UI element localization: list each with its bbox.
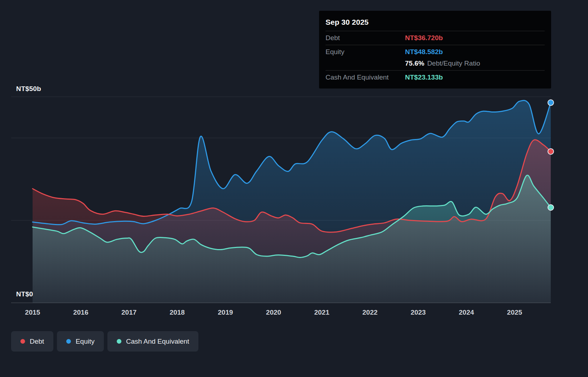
x-tick-2023: 2023 <box>411 309 426 316</box>
tooltip-date: Sep 30 2025 <box>326 14 545 31</box>
tooltip-debt-value: NT$36.720b <box>405 34 545 42</box>
y-axis-max-label: NT$50b <box>16 85 41 93</box>
series-end-marker-equity <box>548 100 554 105</box>
series-end-marker-cash-and-equivalent <box>548 205 554 210</box>
legend-chip-debt[interactable]: Debt <box>11 331 53 352</box>
cash-series-dot-icon <box>117 339 121 344</box>
tooltip-debt-label: Debt <box>326 34 405 42</box>
series-end-marker-debt <box>548 149 554 154</box>
tooltip-cash-label: Cash And Equivalent <box>326 73 405 81</box>
legend-chip-cash[interactable]: Cash And Equivalent <box>107 331 198 352</box>
tooltip-ratio: 75.6%Debt/Equity Ratio <box>405 59 545 67</box>
tooltip-ratio-label: Debt/Equity Ratio <box>427 59 480 67</box>
tooltip-panel: Sep 30 2025 Debt NT$36.720b Equity NT$48… <box>319 11 551 89</box>
x-tick-2015: 2015 <box>25 309 40 316</box>
legend-chip-equity[interactable]: Equity <box>57 331 104 352</box>
legend: Debt Equity Cash And Equivalent <box>11 331 198 352</box>
tooltip-equity-value: NT$48.582b <box>405 48 545 56</box>
equity-series-dot-icon <box>66 339 71 344</box>
x-tick-2021: 2021 <box>314 309 329 316</box>
legend-label-debt: Debt <box>30 338 44 345</box>
debt-equity-history-chart-page: NT$50b NT$0 2015201620172018201920202021… <box>0 0 588 377</box>
tooltip-row-equity: Equity NT$48.582b <box>326 45 545 59</box>
tooltip-ratio-percent: 75.6% <box>405 59 424 67</box>
x-tick-2019: 2019 <box>218 309 233 316</box>
debt-series-dot-icon <box>20 339 25 344</box>
tooltip-row-ratio: 75.6%Debt/Equity Ratio <box>326 59 545 70</box>
x-tick-2024: 2024 <box>459 309 474 316</box>
x-tick-2018: 2018 <box>170 309 185 316</box>
legend-label-equity: Equity <box>76 338 95 345</box>
x-tick-2020: 2020 <box>266 309 281 316</box>
tooltip-row-cash: Cash And Equivalent NT$23.133b <box>326 70 545 84</box>
legend-label-cash: Cash And Equivalent <box>126 338 189 345</box>
y-axis-min-label: NT$0 <box>16 290 33 298</box>
tooltip-equity-label: Equity <box>326 48 405 56</box>
x-tick-2017: 2017 <box>121 309 136 316</box>
tooltip-cash-value: NT$23.133b <box>405 73 545 81</box>
x-tick-2016: 2016 <box>73 309 88 316</box>
x-tick-2025: 2025 <box>507 309 522 316</box>
tooltip-row-debt: Debt NT$36.720b <box>326 31 545 45</box>
x-tick-2022: 2022 <box>362 309 377 316</box>
